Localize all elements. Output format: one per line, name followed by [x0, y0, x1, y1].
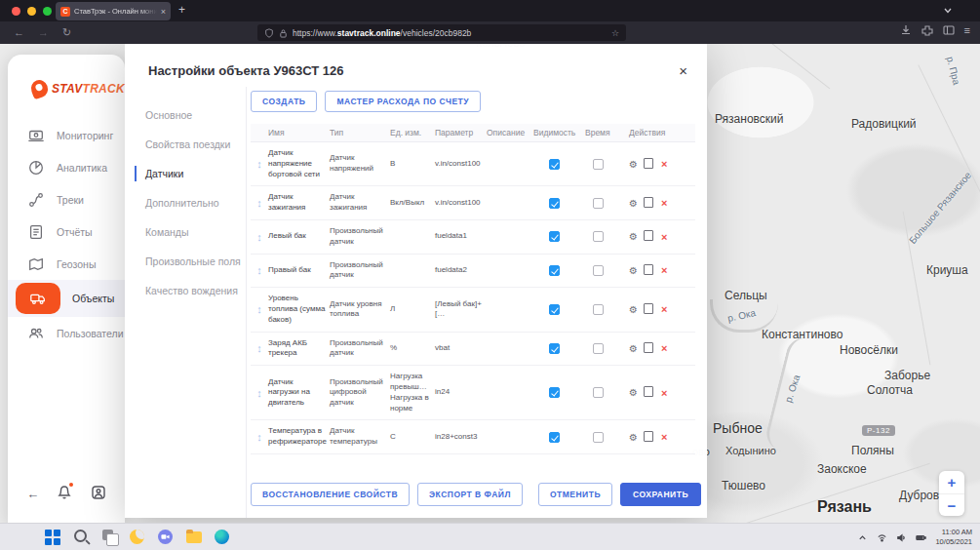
task-view-icon[interactable]	[101, 529, 118, 545]
browser-tab[interactable]: С СтавТрэк - Онлайн мониторин ×	[56, 2, 171, 20]
forward-icon[interactable]: →	[38, 26, 49, 39]
sidebar-item-geozones[interactable]: Геозоны	[8, 248, 125, 280]
tab-overflow-chevron-icon[interactable]	[943, 6, 953, 16]
new-tab-button[interactable]: +	[178, 3, 185, 17]
sidebar-item-reports[interactable]: Отчёты	[8, 216, 125, 248]
settings-gear-icon[interactable]: ⚙	[629, 198, 638, 209]
delete-icon[interactable]: ×	[661, 431, 667, 443]
collapse-back-icon[interactable]: ←	[26, 487, 39, 501]
drag-handle-icon[interactable]: ↕	[251, 231, 268, 243]
time-checkbox[interactable]	[593, 387, 604, 398]
time-checkbox[interactable]	[593, 231, 604, 242]
tab-commands[interactable]: Команды	[125, 217, 246, 247]
settings-gear-icon[interactable]: ⚙	[629, 432, 638, 443]
url-bar[interactable]: https://www.stavtrack.online/vehicles/20…	[257, 24, 626, 41]
copy-icon[interactable]	[646, 344, 653, 353]
reload-icon[interactable]: ↻	[62, 26, 71, 39]
menu-icon[interactable]: ≡	[964, 24, 970, 36]
edge-icon[interactable]	[215, 529, 231, 545]
map-viewport[interactable]: Колычёво Рязановский Радовицкий р. Пра Б…	[0, 44, 980, 523]
create-button[interactable]: СОЗДАТЬ	[251, 91, 317, 112]
delete-icon[interactable]: ×	[661, 197, 667, 209]
modal-close-icon[interactable]: ×	[679, 63, 687, 78]
delete-icon[interactable]: ×	[661, 342, 667, 354]
settings-gear-icon[interactable]: ⚙	[629, 231, 638, 242]
tab-sensors[interactable]: Датчики	[125, 159, 246, 188]
window-controls[interactable]	[12, 7, 52, 16]
maximize-window-button[interactable]	[43, 7, 52, 16]
notifications-bell-icon[interactable]	[57, 485, 72, 503]
start-button-icon[interactable]	[45, 529, 61, 545]
sidebar-item-tracks[interactable]: Треки	[8, 183, 125, 216]
drag-handle-icon[interactable]: ↕	[251, 158, 268, 170]
save-button[interactable]: СОХРАНИТЬ	[620, 483, 701, 506]
tray-chevron-up-icon[interactable]	[857, 532, 868, 543]
visibility-checkbox[interactable]	[549, 387, 560, 398]
visibility-checkbox[interactable]	[549, 198, 560, 209]
search-icon[interactable]	[73, 529, 90, 545]
tab-driving-quality[interactable]: Качество вождения	[125, 276, 246, 305]
settings-gear-icon[interactable]: ⚙	[629, 387, 638, 398]
settings-gear-icon[interactable]: ⚙	[629, 304, 638, 315]
volume-icon[interactable]	[896, 532, 907, 543]
settings-gear-icon[interactable]: ⚙	[629, 343, 638, 354]
copy-icon[interactable]	[646, 160, 653, 169]
drag-handle-icon[interactable]: ↕	[251, 264, 268, 276]
cancel-button[interactable]: ОТМЕНИТЬ	[538, 483, 612, 506]
drag-handle-icon[interactable]: ↕	[251, 431, 268, 443]
tab-close-icon[interactable]: ×	[161, 7, 166, 17]
copy-icon[interactable]	[646, 266, 653, 275]
battery-icon[interactable]	[916, 532, 926, 543]
copy-icon[interactable]	[646, 388, 653, 397]
shield-icon[interactable]	[264, 28, 274, 38]
visibility-checkbox[interactable]	[549, 343, 560, 354]
drag-handle-icon[interactable]: ↕	[251, 387, 268, 399]
close-window-button[interactable]	[12, 7, 20, 16]
time-checkbox[interactable]	[593, 432, 604, 443]
sidebar-item-analytics[interactable]: Аналитика	[8, 151, 125, 183]
profile-icon[interactable]	[91, 485, 106, 503]
settings-gear-icon[interactable]: ⚙	[629, 265, 638, 276]
drag-handle-icon[interactable]: ↕	[251, 342, 268, 354]
file-explorer-icon[interactable]	[186, 529, 203, 545]
fuel-wizard-button[interactable]: МАСТЕР РАСХОДА ПО СЧЕТУ	[325, 91, 481, 112]
settings-gear-icon[interactable]: ⚙	[629, 159, 638, 170]
lock-icon[interactable]	[279, 28, 288, 38]
restore-properties-button[interactable]: ВОССТАНОВЛЕНИЕ СВОЙСТВ	[251, 483, 410, 506]
download-icon[interactable]	[900, 24, 912, 36]
time-checkbox[interactable]	[593, 159, 604, 170]
delete-icon[interactable]: ×	[661, 264, 667, 276]
tab-additional[interactable]: Дополнительно	[125, 188, 246, 217]
copy-icon[interactable]	[646, 232, 653, 241]
taskbar-clock[interactable]: 11:00 AM 10/05/2021	[935, 528, 972, 547]
sidebar-item-users[interactable]: Пользователи	[8, 317, 125, 349]
zoom-out-button[interactable]: −	[939, 493, 964, 516]
wifi-icon[interactable]	[877, 532, 887, 543]
minimize-window-button[interactable]	[27, 7, 36, 16]
visibility-checkbox[interactable]	[549, 265, 560, 276]
url-text[interactable]: https://www.stavtrack.online/vehicles/20…	[293, 28, 471, 38]
visibility-checkbox[interactable]	[549, 432, 560, 443]
visibility-checkbox[interactable]	[549, 304, 560, 315]
sidebar-item-monitoring[interactable]: Мониторинг	[8, 119, 125, 151]
drag-handle-icon[interactable]: ↕	[251, 303, 268, 315]
firefox-icon[interactable]	[130, 529, 146, 545]
copy-icon[interactable]	[646, 199, 653, 208]
time-checkbox[interactable]	[593, 343, 604, 354]
time-checkbox[interactable]	[593, 198, 604, 209]
tab-trip-properties[interactable]: Свойства поездки	[125, 130, 246, 159]
tab-main[interactable]: Основное	[125, 100, 246, 130]
delete-icon[interactable]: ×	[661, 231, 667, 243]
time-checkbox[interactable]	[593, 265, 604, 276]
time-checkbox[interactable]	[593, 304, 604, 315]
tab-custom-fields[interactable]: Произвольные поля	[125, 247, 246, 276]
extensions-icon[interactable]	[921, 24, 933, 36]
export-to-file-button[interactable]: ЭКСПОРТ В ФАЙЛ	[417, 483, 523, 506]
sidebar-toggle-icon[interactable]	[943, 24, 955, 36]
bookmark-star-icon[interactable]: ☆	[611, 28, 619, 38]
visibility-checkbox[interactable]	[549, 231, 560, 242]
delete-icon[interactable]: ×	[661, 303, 667, 315]
back-icon[interactable]: ←	[14, 26, 24, 39]
delete-icon[interactable]: ×	[661, 158, 667, 170]
sidebar-item-objects[interactable]: Объекты	[8, 280, 125, 317]
